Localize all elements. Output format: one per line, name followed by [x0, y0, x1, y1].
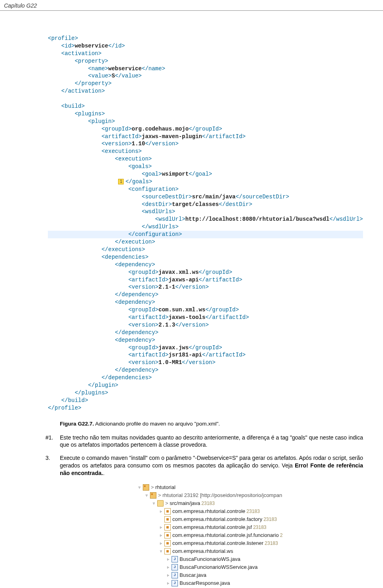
tree-pkg-funcionario[interactable]: ▹ com.empresa.rhtutorial.controle.jsf.fu…	[136, 531, 363, 539]
pkg1-label: com.empresa.rhtutorial.controle	[172, 508, 245, 514]
tree-pkg-ws[interactable]: ▿ com.empresa.rhtutorial.ws	[136, 547, 363, 555]
chevron-down-icon[interactable]: ▿	[150, 500, 157, 507]
chevron-right-icon[interactable]: ▹	[164, 564, 172, 571]
tree-file[interactable]: ▹BuscaFuncionarioWS.java	[136, 555, 363, 563]
package-icon	[164, 548, 171, 554]
java-file-icon	[172, 564, 178, 570]
src-rev: 23183	[201, 501, 215, 506]
tree-file[interactable]: ▹BuscaFuncionarioWSService.java	[136, 563, 363, 571]
code-figure-pom: <profile> <id>webservice</id> <activatio…	[48, 35, 363, 412]
pkg5-rev: 23183	[265, 540, 278, 546]
chevron-down-icon[interactable]: ▿	[157, 548, 164, 555]
pkg1-rev: 23183	[247, 509, 260, 514]
page-header: Capítulo G22	[0, 0, 383, 11]
package-icon	[164, 508, 171, 515]
chevron-down-icon[interactable]: ▿	[136, 484, 143, 491]
chevron-right-icon[interactable]: ▹	[164, 580, 172, 587]
chevron-right-icon[interactable]: ▹	[157, 532, 164, 539]
package-icon	[164, 524, 171, 531]
f2-label: BuscaFuncionarioWSService.java	[180, 564, 258, 570]
package-icon	[164, 532, 171, 539]
project-icon	[143, 484, 149, 491]
pkg4-rev: 2	[280, 533, 283, 538]
tree-src[interactable]: ▿ > src/main/java 23183	[136, 499, 363, 507]
java-file-icon	[172, 572, 178, 578]
tree-pkg-controle[interactable]: ▹ com.empresa.rhtutorial.controle 23183	[136, 507, 363, 515]
tree-pkg-factory[interactable]: com.empresa.rhtutorial.controle.factory …	[136, 515, 363, 523]
chevron-right-icon[interactable]: ▹	[157, 540, 164, 547]
pkg3-rev: 23183	[253, 525, 266, 530]
para1-num: #1.	[45, 434, 60, 441]
f4-label: BuscarResponse.java	[180, 580, 230, 586]
figure7-label: Figura G22.7.	[60, 421, 94, 427]
java-file-icon	[172, 580, 178, 586]
tree-root[interactable]: ▿ > rhtutorial	[136, 483, 363, 491]
tree-file[interactable]: ▹Buscar.java	[136, 571, 363, 579]
f1-label: BuscaFuncionarioWS.java	[180, 556, 240, 562]
package-icon	[164, 516, 171, 523]
figure-caption-7: Figura G22.7. Adicionando profile do mav…	[60, 421, 363, 427]
pkg5-label: com.empresa.rhtutorial.controle.listener	[172, 540, 263, 546]
chevron-right-icon[interactable]: ▹	[157, 524, 164, 531]
paragraph-1: #1. Este trecho não tem muitas novidades…	[60, 434, 363, 449]
wsdlUrl-value: http://localhost:8080/rhtutorial/busca?w…	[185, 216, 329, 222]
src-label: src/main/java	[170, 500, 200, 506]
module-icon	[150, 492, 156, 499]
f3-label: Buscar.java	[180, 572, 206, 578]
tree-file[interactable]: ▹BuscarResponse.java	[136, 579, 363, 587]
package-icon	[164, 540, 171, 546]
pkg3-label: com.empresa.rhtutorial.controle.jsf	[172, 524, 252, 530]
chapter-label: Capítulo G22	[4, 2, 37, 9]
annotation-marker-1: 1	[118, 179, 124, 184]
paragraph-3: 3. Execute o comando maven "install" com…	[60, 454, 363, 477]
figure7-text: Adicionando profile do maven no arquivo …	[94, 421, 220, 427]
destDir-value: target/classes	[172, 201, 219, 208]
pkg2-rev: 23183	[263, 517, 276, 522]
para3-num: 3.	[45, 454, 60, 462]
root-label: rhtutorial	[155, 484, 176, 490]
main-content: <profile> <id>webservice</id> <activatio…	[0, 11, 383, 588]
para1-text: Este trecho não tem muitas novidades qua…	[60, 434, 363, 448]
chevron-right-icon[interactable]: ▹	[164, 556, 172, 563]
project-tree: ▿ > rhtutorial ▿ > rhtutorial 23192 [htt…	[136, 483, 363, 588]
tree-module[interactable]: ▿ > rhtutorial 23192 [http://poseidon/re…	[136, 491, 363, 499]
tree-pkg-jsf[interactable]: ▹ com.empresa.rhtutorial.controle.jsf 23…	[136, 523, 363, 531]
pkg6-label: com.empresa.rhtutorial.ws	[172, 548, 233, 554]
chevron-down-icon[interactable]: ▿	[143, 492, 150, 499]
module-label: rhtutorial 23192 [http://poseidon/reposi…	[162, 492, 282, 498]
pkg4-label: com.empresa.rhtutorial.controle.jsf.func…	[172, 532, 279, 538]
para3-text-c: .	[103, 470, 105, 476]
chevron-right-icon[interactable]: ▹	[157, 508, 164, 515]
tree-pkg-listener[interactable]: ▹ com.empresa.rhtutorial.controle.listen…	[136, 539, 363, 547]
java-file-icon	[172, 556, 178, 562]
pkg2-label: com.empresa.rhtutorial.controle.factory	[172, 516, 262, 522]
sourceDestDir-value: src/main/java	[192, 194, 235, 200]
chevron-right-icon[interactable]: ▹	[164, 572, 172, 579]
source-folder-icon	[157, 500, 164, 507]
